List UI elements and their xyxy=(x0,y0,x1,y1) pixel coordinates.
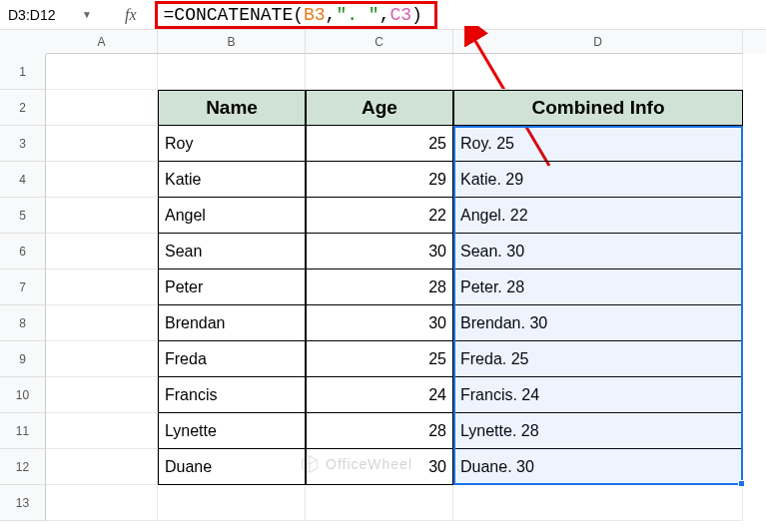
cell[interactable] xyxy=(453,54,743,90)
cell-age[interactable]: 30 xyxy=(306,305,453,341)
cell[interactable] xyxy=(46,377,158,413)
cell[interactable] xyxy=(306,485,453,521)
cell[interactable] xyxy=(453,485,743,521)
row-header[interactable]: 4 xyxy=(0,162,46,198)
cell[interactable] xyxy=(46,341,158,377)
grid-row xyxy=(46,54,743,90)
grid-row: Name Age Combined Info xyxy=(46,90,743,126)
cell-combined[interactable]: Brendan. 30 xyxy=(453,305,743,341)
grid-row: Sean 30 Sean. 30 xyxy=(46,234,743,269)
grid-row: Peter 28 Peter. 28 xyxy=(46,269,743,305)
cell-combined[interactable]: Angel. 22 xyxy=(453,198,743,234)
chevron-down-icon[interactable]: ▼ xyxy=(82,9,92,20)
col-header-C[interactable]: C xyxy=(306,30,453,54)
row-header[interactable]: 2 xyxy=(0,90,46,126)
column-headers: A B C D xyxy=(0,30,766,54)
cell-age[interactable]: 28 xyxy=(306,413,453,449)
grid-row: Roy 25 Roy. 25 xyxy=(46,126,743,162)
row-header[interactable]: 6 xyxy=(0,234,46,269)
grid-row: Lynette 28 Lynette. 28 xyxy=(46,413,743,449)
cube-icon xyxy=(300,454,320,474)
header-name[interactable]: Name xyxy=(158,90,306,126)
cell-name[interactable]: Brendan xyxy=(158,305,306,341)
cell-combined[interactable]: Lynette. 28 xyxy=(453,413,743,449)
row-header[interactable]: 13 xyxy=(0,485,46,521)
row-header[interactable]: 5 xyxy=(0,198,46,234)
cell-name[interactable]: Katie xyxy=(158,162,306,198)
cell-name[interactable]: Angel xyxy=(158,198,306,234)
cell-name[interactable]: Lynette xyxy=(158,413,306,449)
cell-name[interactable]: Roy xyxy=(158,126,306,162)
cell-age[interactable]: 25 xyxy=(306,341,453,377)
cell-name[interactable]: Duane xyxy=(158,449,306,485)
cell-combined[interactable]: Katie. 29 xyxy=(453,162,743,198)
cell-name[interactable]: Sean xyxy=(158,234,306,269)
row-header[interactable]: 8 xyxy=(0,305,46,341)
row-header[interactable]: 10 xyxy=(0,377,46,413)
cell[interactable] xyxy=(158,54,306,90)
name-box[interactable]: D3:D12 ▼ xyxy=(0,3,100,27)
row-header[interactable]: 11 xyxy=(0,413,46,449)
cell[interactable] xyxy=(46,126,158,162)
cell-age[interactable]: 25 xyxy=(306,126,453,162)
cell-combined[interactable]: Peter. 28 xyxy=(453,269,743,305)
cell[interactable] xyxy=(46,90,158,126)
formula-bar: D3:D12 ▼ fx =CONCATENATE(B3,". ",C3) xyxy=(0,0,766,30)
row-header[interactable]: 9 xyxy=(0,341,46,377)
grid: 1 2 3 4 5 6 7 8 9 10 11 12 13 Name Age C… xyxy=(0,54,766,521)
col-header-B[interactable]: B xyxy=(158,30,306,54)
cells-area: Name Age Combined Info Roy 25 Roy. 25 Ka… xyxy=(46,54,743,521)
cell[interactable] xyxy=(46,305,158,341)
fx-icon: fx xyxy=(125,6,137,24)
grid-row xyxy=(46,485,743,521)
grid-row: Freda 25 Freda. 25 xyxy=(46,341,743,377)
row-header[interactable]: 3 xyxy=(0,126,46,162)
grid-row: Francis 24 Francis. 24 xyxy=(46,377,743,413)
cell[interactable] xyxy=(46,234,158,269)
cell[interactable] xyxy=(46,162,158,198)
header-combined[interactable]: Combined Info xyxy=(453,90,743,126)
cell-combined[interactable]: Freda. 25 xyxy=(453,341,743,377)
cell-age[interactable]: 24 xyxy=(306,377,453,413)
cell-age[interactable]: 29 xyxy=(306,162,453,198)
watermark: OfficeWheel xyxy=(300,454,412,474)
cell-age[interactable]: 30 xyxy=(306,234,453,269)
cell[interactable] xyxy=(46,269,158,305)
row-headers: 1 2 3 4 5 6 7 8 9 10 11 12 13 xyxy=(0,54,46,521)
formula-wrapper: fx =CONCATENATE(B3,". ",C3) xyxy=(100,1,766,29)
row-header[interactable]: 12 xyxy=(0,449,46,485)
grid-row: Katie 29 Katie. 29 xyxy=(46,162,743,198)
cell[interactable] xyxy=(306,54,453,90)
cell-age[interactable]: 22 xyxy=(306,198,453,234)
cell-combined[interactable]: Francis. 24 xyxy=(453,377,743,413)
cell[interactable] xyxy=(46,449,158,485)
cell-name[interactable]: Freda xyxy=(158,341,306,377)
cell-age[interactable]: 28 xyxy=(306,269,453,305)
col-header-D[interactable]: D xyxy=(453,30,743,54)
header-age[interactable]: Age xyxy=(306,90,453,126)
watermark-text: OfficeWheel xyxy=(326,456,412,472)
row-header[interactable]: 1 xyxy=(0,54,46,90)
cell-combined[interactable]: Sean. 30 xyxy=(453,234,743,269)
cell[interactable] xyxy=(46,54,158,90)
cell[interactable] xyxy=(46,198,158,234)
grid-row: Angel 22 Angel. 22 xyxy=(46,198,743,234)
col-header-A[interactable]: A xyxy=(46,30,158,54)
grid-row: Brendan 30 Brendan. 30 xyxy=(46,305,743,341)
formula-input[interactable]: =CONCATENATE(B3,". ",C3) xyxy=(164,5,422,25)
cell-combined[interactable]: Duane. 30 xyxy=(453,449,743,485)
cell[interactable] xyxy=(46,413,158,449)
cell[interactable] xyxy=(158,485,306,521)
cell-combined[interactable]: Roy. 25 xyxy=(453,126,743,162)
cell-name[interactable]: Peter xyxy=(158,269,306,305)
cell[interactable] xyxy=(46,485,158,521)
formula-highlight-box: =CONCATENATE(B3,". ",C3) xyxy=(155,1,437,29)
cell-name[interactable]: Francis xyxy=(158,377,306,413)
row-header[interactable]: 7 xyxy=(0,269,46,305)
name-box-value: D3:D12 xyxy=(8,7,55,23)
